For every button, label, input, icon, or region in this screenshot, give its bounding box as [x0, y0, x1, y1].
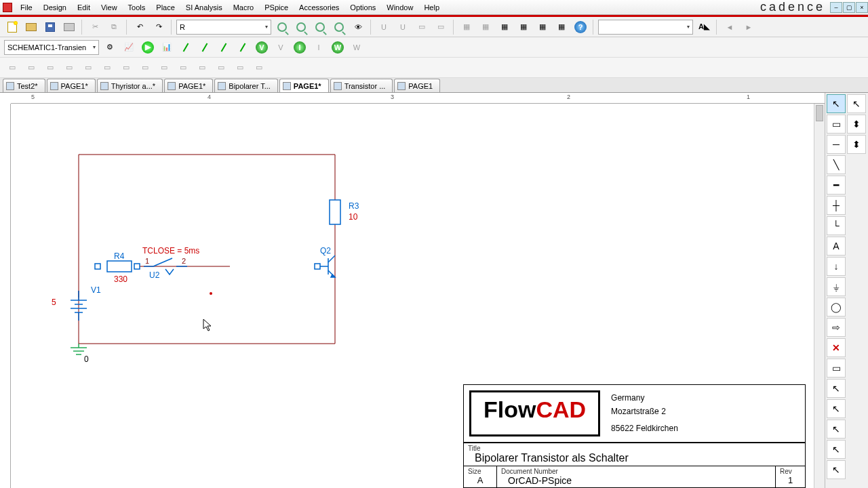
diff-probe-button[interactable]: [197, 39, 213, 56]
view-results-button[interactable]: 📊: [159, 39, 175, 56]
help-button[interactable]: ?: [572, 19, 589, 35]
tb-d1[interactable]: ▭: [414, 19, 430, 35]
new-button[interactable]: [4, 19, 20, 35]
q2-name[interactable]: Q2: [320, 246, 331, 256]
ground-tool[interactable]: ⏚: [827, 277, 846, 296]
tool-b[interactable]: ↖: [827, 399, 846, 418]
net-tool[interactable]: ╲: [827, 155, 846, 174]
schematic-canvas[interactable]: 5 V1 R4 330 TCLOSE = 5ms 1 2 U2 R3 10 Q2…: [11, 104, 814, 488]
place-part-tool[interactable]: ▭: [827, 115, 846, 134]
tool-h[interactable]: ⬍: [847, 135, 866, 154]
tab-thyristor[interactable]: Thyristor a...*: [97, 79, 163, 92]
r4-value[interactable]: 330: [114, 274, 127, 284]
open-button[interactable]: [23, 19, 39, 35]
r3-name[interactable]: R3: [349, 201, 359, 211]
tb-g4[interactable]: ▦: [515, 19, 532, 35]
tb-u2[interactable]: U: [395, 19, 411, 35]
tb-g2[interactable]: ▦: [477, 19, 494, 35]
rev-value[interactable]: 1: [780, 475, 801, 485]
menu-window[interactable]: Window: [381, 2, 418, 13]
tool-g[interactable]: ⬍: [847, 115, 866, 134]
copy-button[interactable]: ⧉: [106, 19, 122, 35]
menu-si-analysis[interactable]: SI Analysis: [180, 2, 228, 13]
sim-profile-combo[interactable]: SCHEMATIC1-Transien ▾: [4, 40, 99, 55]
v1-value[interactable]: 5: [52, 298, 56, 307]
tool-f[interactable]: ↖: [847, 94, 866, 113]
bus-entry-tool[interactable]: └: [827, 216, 846, 235]
save-button[interactable]: [42, 19, 58, 35]
voltage-probe-button[interactable]: [178, 39, 194, 56]
menu-design[interactable]: Design: [38, 2, 72, 13]
tab-page1-a[interactable]: PAGE1*: [47, 79, 96, 92]
junction-tool[interactable]: ┼: [827, 196, 846, 215]
zoom-out-button[interactable]: [293, 19, 309, 35]
menu-edit[interactable]: Edit: [72, 2, 96, 13]
part-combo[interactable]: R ▾: [176, 20, 271, 35]
find-button[interactable]: A◣: [696, 19, 712, 35]
tab-page1-c[interactable]: PAGE1: [394, 79, 440, 92]
tb-g6[interactable]: ▦: [553, 19, 570, 35]
tab-page1-active[interactable]: PAGE1*: [279, 79, 329, 92]
tb-g3[interactable]: ▦: [496, 19, 513, 35]
r4-name[interactable]: R4: [114, 251, 124, 261]
bus-tool[interactable]: ━: [827, 176, 846, 195]
noconnect-tool[interactable]: ✕: [827, 338, 846, 357]
run-button[interactable]: ▶: [140, 39, 156, 56]
close-button[interactable]: ×: [856, 2, 868, 13]
tb-g5[interactable]: ▦: [534, 19, 551, 35]
doc-value[interactable]: OrCAD-PSpice: [501, 475, 771, 486]
tb-d2[interactable]: ▭: [433, 19, 449, 35]
menu-pspice[interactable]: PSpice: [259, 2, 294, 13]
offpage-tool[interactable]: ⇨: [827, 318, 846, 337]
marker-w-button[interactable]: W: [330, 39, 346, 56]
tab-transistor[interactable]: Transistor ...: [330, 79, 393, 92]
menu-options[interactable]: Options: [344, 2, 381, 13]
u2-tclose[interactable]: TCLOSE = 5ms: [142, 246, 199, 256]
wire-tool[interactable]: ─: [827, 135, 846, 154]
sim-settings-button[interactable]: ⚙: [102, 39, 118, 56]
u2-name[interactable]: U2: [149, 270, 159, 280]
marker-v-button[interactable]: V: [254, 39, 270, 56]
net-alias-tool[interactable]: A: [827, 237, 846, 256]
tb-u1[interactable]: U: [376, 19, 392, 35]
tool-a[interactable]: ↖: [827, 379, 846, 398]
menu-view[interactable]: View: [96, 2, 123, 13]
power-probe-button[interactable]: [235, 39, 251, 56]
print-button[interactable]: [61, 19, 77, 35]
hier-tool[interactable]: ◯: [827, 298, 846, 317]
tab-page1-b[interactable]: PAGE1*: [164, 79, 213, 92]
menu-accessories[interactable]: Accessories: [294, 2, 344, 13]
power-tool[interactable]: ↓: [827, 257, 846, 276]
current-probe-button[interactable]: [216, 39, 232, 56]
minimize-button[interactable]: –: [830, 2, 842, 13]
vertical-scrollbar[interactable]: [814, 104, 825, 488]
tool-d[interactable]: ↖: [827, 440, 846, 459]
tab-test2[interactable]: Test2*: [3, 79, 45, 92]
title-value[interactable]: Bipolarer Transistor als Schalter: [468, 452, 801, 464]
select-tool[interactable]: ↖: [827, 94, 846, 113]
tool-c[interactable]: ↖: [827, 420, 846, 439]
gnd-label[interactable]: 0: [84, 354, 89, 364]
menu-help[interactable]: Help: [418, 2, 445, 13]
r3-value[interactable]: 10: [349, 212, 357, 222]
marker-i2-button[interactable]: I: [311, 39, 327, 56]
menu-tools[interactable]: Tools: [123, 2, 151, 13]
maximize-button[interactable]: ▢: [843, 2, 855, 13]
view-button[interactable]: 👁: [350, 19, 366, 35]
nav-prev-button[interactable]: ◄: [722, 19, 738, 35]
menu-macro[interactable]: Macro: [228, 2, 260, 13]
zoom-area-button[interactable]: [312, 19, 328, 35]
tb-g1[interactable]: ▦: [458, 19, 475, 35]
marker-i-button[interactable]: I: [292, 39, 308, 56]
search-combo[interactable]: ▾: [598, 20, 693, 35]
cut-button[interactable]: ✂: [87, 19, 103, 35]
nav-next-button[interactable]: ►: [741, 19, 757, 35]
zoom-in-button[interactable]: [274, 19, 290, 35]
menu-file[interactable]: File: [15, 2, 38, 13]
redo-button[interactable]: ↷: [151, 19, 167, 35]
menu-place[interactable]: Place: [151, 2, 180, 13]
v1-name[interactable]: V1: [91, 285, 101, 295]
zoom-fit-button[interactable]: [331, 19, 347, 35]
undo-button[interactable]: ↶: [132, 19, 148, 35]
size-value[interactable]: A: [468, 475, 492, 485]
